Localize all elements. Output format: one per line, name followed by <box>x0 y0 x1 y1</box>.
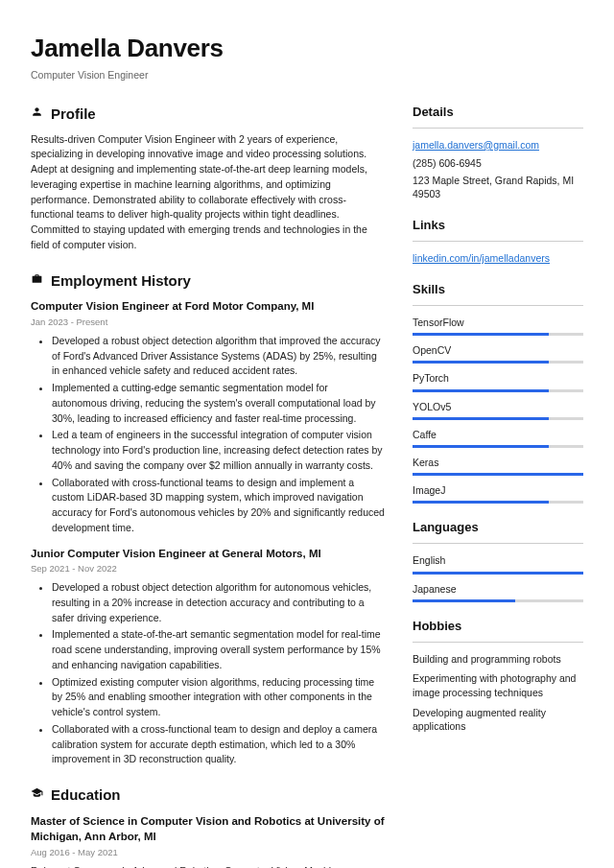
job-bullet: Collaborated with a cross-functional tea… <box>52 722 386 767</box>
person-icon <box>31 106 43 122</box>
job-bullet: Implemented a state-of-the-art semantic … <box>52 627 386 672</box>
level-bar <box>413 389 583 392</box>
profile-section: Profile Results-driven Computer Vision E… <box>31 104 386 253</box>
level-bar <box>413 501 583 504</box>
divider <box>413 543 583 544</box>
language-item-label: Japanese <box>413 582 583 597</box>
level-fill <box>413 389 549 392</box>
job-bullet: Optimized existing computer vision algor… <box>52 675 386 720</box>
level-fill <box>413 473 583 476</box>
language-item: Japanese <box>413 582 583 602</box>
level-bar <box>413 572 583 575</box>
level-fill <box>413 417 549 420</box>
job-bullet: Implemented a cutting-edge semantic segm… <box>52 381 386 426</box>
level-fill <box>413 501 549 504</box>
job-dates: Jan 2023 - Present <box>31 316 386 329</box>
job-entry: Junior Computer Vision Engineer at Gener… <box>31 546 386 767</box>
skill-item-label: PyTorch <box>413 371 583 386</box>
side-title: Languages <box>413 519 583 537</box>
side-title: Skills <box>413 281 583 299</box>
level-bar <box>413 361 583 364</box>
level-fill <box>413 333 549 336</box>
skill-item-label: TensorFlow <box>413 316 583 330</box>
skill-item-label: OpenCV <box>413 343 583 358</box>
hobbies-section: Hobbies Building and programming robotsE… <box>413 618 583 734</box>
job-title: Computer Vision Engineer at Ford Motor C… <box>31 298 386 315</box>
level-fill <box>413 361 549 364</box>
resume-header: Jamella Danvers Computer Vision Engineer <box>31 31 583 82</box>
education-section: Education Master of Science in Computer … <box>31 785 386 868</box>
sidebar: Details jamella.danvers@gmail.com (285) … <box>413 104 583 868</box>
job-bullet: Collaborated with cross-functional teams… <box>52 476 386 536</box>
level-bar <box>413 599 583 602</box>
skill-item: YOLOv5 <box>413 400 583 420</box>
email-link[interactable]: jamella.danvers@gmail.com <box>413 138 583 152</box>
links-section: Links linkedin.com/in/jamelladanvers <box>413 217 583 266</box>
skill-item-label: Caffe <box>413 428 583 442</box>
hobby-item: Developing augmented reality application… <box>413 706 583 734</box>
languages-section: Languages EnglishJapanese <box>413 519 583 601</box>
section-title: Education <box>51 785 121 806</box>
language-item-label: English <box>413 553 583 568</box>
briefcase-icon <box>31 272 43 289</box>
person-name: Jamella Danvers <box>31 31 583 67</box>
job-bullet: Developed a robust object detection algo… <box>52 334 386 379</box>
level-bar <box>413 417 583 420</box>
level-fill <box>413 599 515 602</box>
phone-text: (285) 606-6945 <box>413 156 583 171</box>
level-fill <box>413 572 583 575</box>
skill-item: TensorFlow <box>413 316 583 336</box>
language-item: English <box>413 553 583 574</box>
degree-dates: Aug 2016 - May 2021 <box>31 846 386 859</box>
education-text: Relevant Coursework: Advanced Robotics, … <box>31 864 386 868</box>
job-bullets: Developed a robust object detection algo… <box>31 334 386 536</box>
address-text: 123 Maple Street, Grand Rapids, MI 49503 <box>413 174 583 201</box>
level-bar <box>413 473 583 476</box>
employment-section: Employment History Computer Vision Engin… <box>31 270 386 767</box>
job-dates: Sep 2021 - Nov 2022 <box>31 562 386 575</box>
side-title: Hobbies <box>413 618 583 636</box>
level-bar <box>413 445 583 448</box>
person-title: Computer Vision Engineer <box>31 68 583 82</box>
job-entry: Computer Vision Engineer at Ford Motor C… <box>31 298 386 535</box>
job-bullet: Led a team of engineers in the successfu… <box>52 428 386 473</box>
skill-item: Caffe <box>413 428 583 448</box>
skill-item: Keras <box>413 456 583 476</box>
hobby-item: Building and programming robots <box>413 652 583 667</box>
graduation-cap-icon <box>31 786 43 803</box>
skill-item-label: YOLOv5 <box>413 400 583 414</box>
profile-text: Results-driven Computer Vision Engineer … <box>31 132 386 253</box>
details-section: Details jamella.danvers@gmail.com (285) … <box>413 104 583 201</box>
side-title: Links <box>413 217 583 235</box>
divider <box>413 305 583 306</box>
divider <box>413 241 583 242</box>
skills-section: Skills TensorFlowOpenCVPyTorchYOLOv5Caff… <box>413 281 583 504</box>
skill-item-label: Keras <box>413 456 583 470</box>
side-title: Details <box>413 104 583 122</box>
job-bullet: Developed a robust object detection algo… <box>52 580 386 625</box>
section-title: Profile <box>51 104 96 125</box>
skill-item-label: ImageJ <box>413 483 583 498</box>
divider <box>413 642 583 643</box>
skill-item: PyTorch <box>413 371 583 391</box>
skill-item: OpenCV <box>413 343 583 364</box>
divider <box>413 128 583 129</box>
external-link[interactable]: linkedin.com/in/jamelladanvers <box>413 251 583 266</box>
main-column: Profile Results-driven Computer Vision E… <box>31 104 386 868</box>
job-title: Junior Computer Vision Engineer at Gener… <box>31 546 386 562</box>
level-bar <box>413 333 583 336</box>
job-bullets: Developed a robust object detection algo… <box>31 580 386 767</box>
degree-title: Master of Science in Computer Vision and… <box>31 813 386 845</box>
section-title: Employment History <box>51 270 191 292</box>
hobby-item: Experimenting with photography and image… <box>413 671 583 699</box>
level-fill <box>413 445 549 448</box>
skill-item: ImageJ <box>413 483 583 504</box>
